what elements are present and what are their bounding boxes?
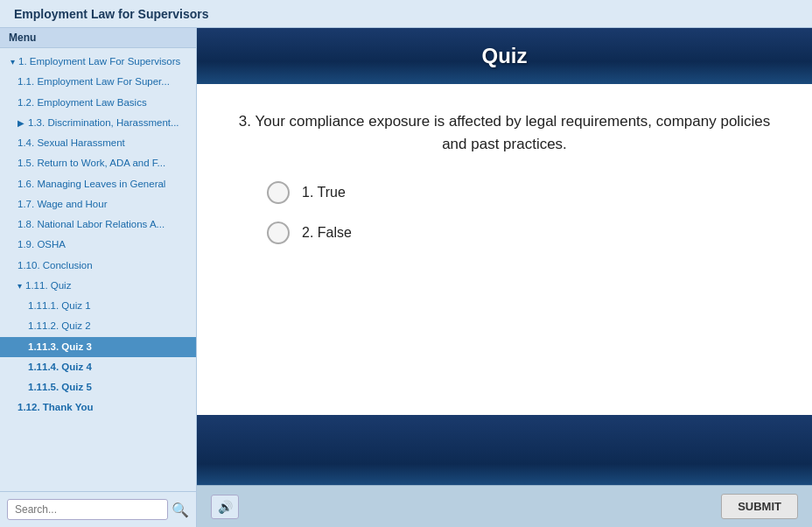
sidebar-item-label: 1.4. Sexual Harassment <box>18 137 125 148</box>
triangle-icon: ▾ <box>10 55 15 68</box>
bottom-bar: 🔊 SUBMIT <box>197 485 812 527</box>
sidebar-item-1-11-2[interactable]: 1.11.2. Quiz 2 <box>0 316 196 336</box>
sidebar-item-label: 1.3. Discrimination, Harassment... <box>28 117 179 128</box>
sidebar-item-1-2[interactable]: 1.2. Employment Law Basics <box>0 93 196 113</box>
sidebar-item-1-11-1[interactable]: 1.11.1. Quiz 1 <box>0 296 196 316</box>
sidebar-item-1-12[interactable]: 1.12. Thank You <box>0 397 196 418</box>
quiz-option-opt1[interactable]: 1. True <box>267 181 777 204</box>
sidebar-item-1-11-3[interactable]: 1.11.3. Quiz 3 <box>0 337 196 357</box>
sidebar-item-label: 1. Employment Law For Supervisors <box>18 56 180 67</box>
sidebar: Menu ▾ 1. Employment Law For Supervisors… <box>0 28 197 527</box>
sidebar-item-label: 1.9. OSHA <box>18 239 66 249</box>
sidebar-item-label: 1.1. Employment Law For Super... <box>18 76 170 87</box>
quiz-body: 3. Your compliance exposure is affected … <box>197 84 812 415</box>
triangle-icon: ▾ <box>18 279 22 292</box>
content-area: Quiz 3. Your compliance exposure is affe… <box>197 28 812 527</box>
volume-icon: 🔊 <box>218 500 233 514</box>
quiz-question: 3. Your compliance exposure is affected … <box>232 110 777 155</box>
sidebar-search-area: 🔍 <box>0 491 196 527</box>
volume-button[interactable]: 🔊 <box>211 495 239 519</box>
sidebar-item-label: 1.11.5. Quiz 5 <box>28 382 92 392</box>
sidebar-item-1-11-5[interactable]: 1.11.5. Quiz 5 <box>0 377 196 397</box>
sidebar-item-label: 1.7. Wage and Hour <box>18 199 108 209</box>
sidebar-menu-label: Menu <box>0 28 196 48</box>
triangle-icon: ▶ <box>18 116 24 130</box>
quiz-header: Quiz <box>197 28 812 84</box>
sidebar-item-label: 1.8. National Labor Relations A... <box>18 219 164 229</box>
quiz-title: Quiz <box>213 44 796 68</box>
sidebar-item-label: 1.11.2. Quiz 2 <box>28 320 91 331</box>
main-layout: Menu ▾ 1. Employment Law For Supervisors… <box>0 28 812 527</box>
quiz-option-opt2[interactable]: 2. False <box>267 221 777 244</box>
sidebar-item-label: 1.2. Employment Law Basics <box>18 97 147 108</box>
sidebar-item-label: 1.10. Conclusion <box>18 260 93 271</box>
sidebar-item-1-9[interactable]: 1.9. OSHA <box>0 235 196 255</box>
submit-button[interactable]: SUBMIT <box>721 494 798 519</box>
sidebar-item-label: 1.11.4. Quiz 4 <box>28 362 92 372</box>
sidebar-item-1-5[interactable]: 1.5. Return to Work, ADA and F... <box>0 153 196 173</box>
sidebar-item-1[interactable]: ▾ 1. Employment Law For Supervisors <box>0 52 196 72</box>
radio-circle <box>267 221 290 244</box>
app-title: Employment Law for Supervisors <box>14 7 209 21</box>
top-header: Employment Law for Supervisors <box>0 0 812 28</box>
sidebar-item-1-3[interactable]: ▶ 1.3. Discrimination, Harassment... <box>0 113 196 133</box>
search-input[interactable] <box>7 499 168 520</box>
search-button[interactable]: 🔍 <box>172 502 189 518</box>
sidebar-item-label: 1.6. Managing Leaves in General <box>18 179 165 189</box>
sidebar-content: ▾ 1. Employment Law For Supervisors1.1. … <box>0 48 196 491</box>
quiz-footer <box>197 415 812 485</box>
option-label: 2. False <box>302 225 352 241</box>
sidebar-item-1-8[interactable]: 1.8. National Labor Relations A... <box>0 214 196 235</box>
sidebar-item-1-4[interactable]: 1.4. Sexual Harassment <box>0 133 196 153</box>
sidebar-item-label: 1.11. Quiz <box>25 280 71 291</box>
option-label: 1. True <box>302 185 346 200</box>
radio-circle <box>267 181 290 204</box>
sidebar-item-1-11[interactable]: ▾ 1.11. Quiz <box>0 276 196 296</box>
sidebar-item-1-10[interactable]: 1.10. Conclusion <box>0 256 196 276</box>
quiz-options: 1. True2. False <box>232 181 777 244</box>
sidebar-item-1-1[interactable]: 1.1. Employment Law For Super... <box>0 72 196 92</box>
sidebar-item-label: 1.11.3. Quiz 3 <box>28 341 92 352</box>
sidebar-item-label: 1.5. Return to Work, ADA and F... <box>18 158 165 168</box>
sidebar-item-1-6[interactable]: 1.6. Managing Leaves in General <box>0 174 196 194</box>
sidebar-item-1-7[interactable]: 1.7. Wage and Hour <box>0 194 196 214</box>
sidebar-item-1-11-4[interactable]: 1.11.4. Quiz 4 <box>0 357 196 377</box>
sidebar-item-label: 1.12. Thank You <box>18 402 94 412</box>
sidebar-item-label: 1.11.1. Quiz 1 <box>28 300 91 311</box>
